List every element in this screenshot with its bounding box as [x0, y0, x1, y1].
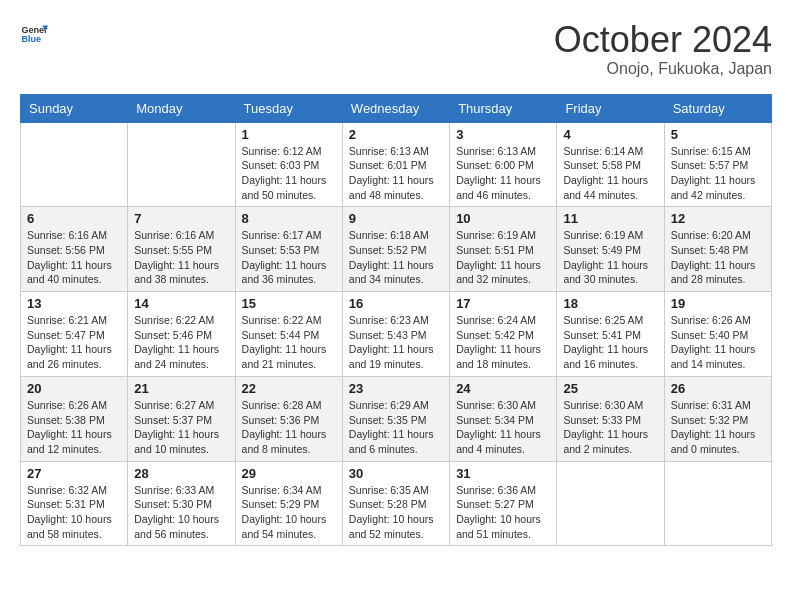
- day-cell-26: 26Sunrise: 6:31 AMSunset: 5:32 PMDayligh…: [664, 376, 771, 461]
- day-info: Sunrise: 6:22 AMSunset: 5:44 PMDaylight:…: [242, 313, 336, 372]
- day-info: Sunrise: 6:32 AMSunset: 5:31 PMDaylight:…: [27, 483, 121, 542]
- day-cell-6: 6Sunrise: 6:16 AMSunset: 5:56 PMDaylight…: [21, 207, 128, 292]
- day-info: Sunrise: 6:20 AMSunset: 5:48 PMDaylight:…: [671, 228, 765, 287]
- day-info: Sunrise: 6:18 AMSunset: 5:52 PMDaylight:…: [349, 228, 443, 287]
- day-info: Sunrise: 6:30 AMSunset: 5:33 PMDaylight:…: [563, 398, 657, 457]
- day-info: Sunrise: 6:28 AMSunset: 5:36 PMDaylight:…: [242, 398, 336, 457]
- day-cell-10: 10Sunrise: 6:19 AMSunset: 5:51 PMDayligh…: [450, 207, 557, 292]
- day-info: Sunrise: 6:34 AMSunset: 5:29 PMDaylight:…: [242, 483, 336, 542]
- month-title: October 2024: [554, 20, 772, 60]
- day-info: Sunrise: 6:33 AMSunset: 5:30 PMDaylight:…: [134, 483, 228, 542]
- day-number: 30: [349, 466, 443, 481]
- day-cell-21: 21Sunrise: 6:27 AMSunset: 5:37 PMDayligh…: [128, 376, 235, 461]
- day-number: 5: [671, 127, 765, 142]
- day-info: Sunrise: 6:23 AMSunset: 5:43 PMDaylight:…: [349, 313, 443, 372]
- day-cell-3: 3Sunrise: 6:13 AMSunset: 6:00 PMDaylight…: [450, 122, 557, 207]
- week-row-2: 6Sunrise: 6:16 AMSunset: 5:56 PMDaylight…: [21, 207, 772, 292]
- day-info: Sunrise: 6:31 AMSunset: 5:32 PMDaylight:…: [671, 398, 765, 457]
- day-number: 1: [242, 127, 336, 142]
- week-row-5: 27Sunrise: 6:32 AMSunset: 5:31 PMDayligh…: [21, 461, 772, 546]
- day-number: 3: [456, 127, 550, 142]
- day-info: Sunrise: 6:35 AMSunset: 5:28 PMDaylight:…: [349, 483, 443, 542]
- page-header: General Blue October 2024 Onojo, Fukuoka…: [20, 20, 772, 78]
- day-number: 10: [456, 211, 550, 226]
- day-info: Sunrise: 6:13 AMSunset: 6:01 PMDaylight:…: [349, 144, 443, 203]
- day-number: 11: [563, 211, 657, 226]
- week-row-4: 20Sunrise: 6:26 AMSunset: 5:38 PMDayligh…: [21, 376, 772, 461]
- day-cell-27: 27Sunrise: 6:32 AMSunset: 5:31 PMDayligh…: [21, 461, 128, 546]
- day-number: 19: [671, 296, 765, 311]
- weekday-sunday: Sunday: [21, 94, 128, 122]
- weekday-saturday: Saturday: [664, 94, 771, 122]
- day-number: 17: [456, 296, 550, 311]
- day-info: Sunrise: 6:30 AMSunset: 5:34 PMDaylight:…: [456, 398, 550, 457]
- day-number: 24: [456, 381, 550, 396]
- day-info: Sunrise: 6:15 AMSunset: 5:57 PMDaylight:…: [671, 144, 765, 203]
- day-info: Sunrise: 6:36 AMSunset: 5:27 PMDaylight:…: [456, 483, 550, 542]
- location: Onojo, Fukuoka, Japan: [554, 60, 772, 78]
- day-cell-25: 25Sunrise: 6:30 AMSunset: 5:33 PMDayligh…: [557, 376, 664, 461]
- day-cell-16: 16Sunrise: 6:23 AMSunset: 5:43 PMDayligh…: [342, 292, 449, 377]
- day-info: Sunrise: 6:16 AMSunset: 5:55 PMDaylight:…: [134, 228, 228, 287]
- day-info: Sunrise: 6:19 AMSunset: 5:49 PMDaylight:…: [563, 228, 657, 287]
- day-number: 16: [349, 296, 443, 311]
- day-number: 25: [563, 381, 657, 396]
- day-cell-20: 20Sunrise: 6:26 AMSunset: 5:38 PMDayligh…: [21, 376, 128, 461]
- day-number: 22: [242, 381, 336, 396]
- empty-cell: [21, 122, 128, 207]
- weekday-header-row: SundayMondayTuesdayWednesdayThursdayFrid…: [21, 94, 772, 122]
- day-number: 20: [27, 381, 121, 396]
- day-cell-29: 29Sunrise: 6:34 AMSunset: 5:29 PMDayligh…: [235, 461, 342, 546]
- weekday-wednesday: Wednesday: [342, 94, 449, 122]
- day-cell-31: 31Sunrise: 6:36 AMSunset: 5:27 PMDayligh…: [450, 461, 557, 546]
- day-number: 12: [671, 211, 765, 226]
- empty-cell: [664, 461, 771, 546]
- day-number: 14: [134, 296, 228, 311]
- day-cell-19: 19Sunrise: 6:26 AMSunset: 5:40 PMDayligh…: [664, 292, 771, 377]
- day-cell-28: 28Sunrise: 6:33 AMSunset: 5:30 PMDayligh…: [128, 461, 235, 546]
- day-info: Sunrise: 6:21 AMSunset: 5:47 PMDaylight:…: [27, 313, 121, 372]
- day-number: 6: [27, 211, 121, 226]
- day-cell-24: 24Sunrise: 6:30 AMSunset: 5:34 PMDayligh…: [450, 376, 557, 461]
- day-number: 26: [671, 381, 765, 396]
- logo: General Blue: [20, 20, 48, 48]
- day-cell-7: 7Sunrise: 6:16 AMSunset: 5:55 PMDaylight…: [128, 207, 235, 292]
- day-cell-12: 12Sunrise: 6:20 AMSunset: 5:48 PMDayligh…: [664, 207, 771, 292]
- day-info: Sunrise: 6:13 AMSunset: 6:00 PMDaylight:…: [456, 144, 550, 203]
- empty-cell: [557, 461, 664, 546]
- day-cell-11: 11Sunrise: 6:19 AMSunset: 5:49 PMDayligh…: [557, 207, 664, 292]
- day-number: 9: [349, 211, 443, 226]
- day-cell-5: 5Sunrise: 6:15 AMSunset: 5:57 PMDaylight…: [664, 122, 771, 207]
- day-cell-17: 17Sunrise: 6:24 AMSunset: 5:42 PMDayligh…: [450, 292, 557, 377]
- day-number: 21: [134, 381, 228, 396]
- svg-text:Blue: Blue: [21, 34, 41, 44]
- day-cell-2: 2Sunrise: 6:13 AMSunset: 6:01 PMDaylight…: [342, 122, 449, 207]
- day-number: 28: [134, 466, 228, 481]
- weekday-tuesday: Tuesday: [235, 94, 342, 122]
- day-cell-1: 1Sunrise: 6:12 AMSunset: 6:03 PMDaylight…: [235, 122, 342, 207]
- day-cell-30: 30Sunrise: 6:35 AMSunset: 5:28 PMDayligh…: [342, 461, 449, 546]
- title-block: October 2024 Onojo, Fukuoka, Japan: [554, 20, 772, 78]
- day-info: Sunrise: 6:26 AMSunset: 5:38 PMDaylight:…: [27, 398, 121, 457]
- weekday-monday: Monday: [128, 94, 235, 122]
- day-number: 18: [563, 296, 657, 311]
- day-cell-8: 8Sunrise: 6:17 AMSunset: 5:53 PMDaylight…: [235, 207, 342, 292]
- day-cell-22: 22Sunrise: 6:28 AMSunset: 5:36 PMDayligh…: [235, 376, 342, 461]
- day-cell-23: 23Sunrise: 6:29 AMSunset: 5:35 PMDayligh…: [342, 376, 449, 461]
- day-info: Sunrise: 6:29 AMSunset: 5:35 PMDaylight:…: [349, 398, 443, 457]
- day-cell-15: 15Sunrise: 6:22 AMSunset: 5:44 PMDayligh…: [235, 292, 342, 377]
- day-number: 29: [242, 466, 336, 481]
- day-number: 23: [349, 381, 443, 396]
- empty-cell: [128, 122, 235, 207]
- day-info: Sunrise: 6:24 AMSunset: 5:42 PMDaylight:…: [456, 313, 550, 372]
- day-number: 7: [134, 211, 228, 226]
- day-number: 8: [242, 211, 336, 226]
- week-row-3: 13Sunrise: 6:21 AMSunset: 5:47 PMDayligh…: [21, 292, 772, 377]
- day-number: 13: [27, 296, 121, 311]
- day-number: 31: [456, 466, 550, 481]
- logo-icon: General Blue: [20, 20, 48, 48]
- day-info: Sunrise: 6:17 AMSunset: 5:53 PMDaylight:…: [242, 228, 336, 287]
- day-cell-14: 14Sunrise: 6:22 AMSunset: 5:46 PMDayligh…: [128, 292, 235, 377]
- day-info: Sunrise: 6:26 AMSunset: 5:40 PMDaylight:…: [671, 313, 765, 372]
- day-number: 2: [349, 127, 443, 142]
